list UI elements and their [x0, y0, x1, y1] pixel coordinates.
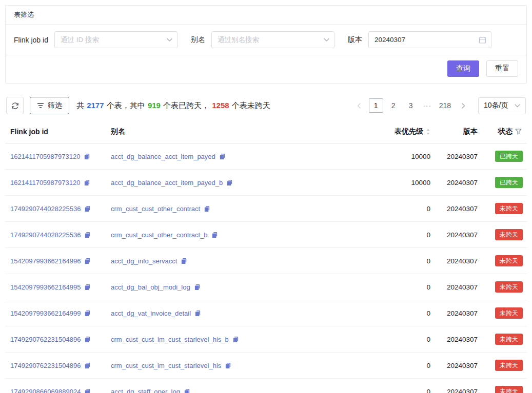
copy-icon[interactable]: [225, 362, 231, 369]
copy-icon[interactable]: [194, 310, 201, 317]
copy-icon[interactable]: [226, 179, 233, 186]
alias-link[interactable]: acct_dg_staff_oper_log: [111, 388, 180, 393]
filter-funnel-icon[interactable]: [515, 129, 522, 135]
status-badge: 未跨天: [495, 255, 523, 266]
flink-job-id-link[interactable]: 1749290762231504896: [10, 336, 81, 343]
flink-job-id-input[interactable]: [55, 32, 177, 48]
calendar-icon: [479, 36, 486, 44]
alias-select[interactable]: [211, 31, 334, 48]
crossed-count: 919: [148, 101, 161, 110]
reset-button[interactable]: 重置: [486, 60, 518, 77]
copy-icon[interactable]: [84, 153, 90, 160]
refresh-icon: [11, 102, 19, 110]
copy-icon[interactable]: [84, 336, 91, 343]
sort-icon[interactable]: [426, 128, 430, 135]
filter-card-title: 表筛选: [6, 6, 526, 25]
alias-link[interactable]: crm_cust_cust_im_cust_starlevel_his: [111, 362, 221, 369]
alias-link[interactable]: crm_cust_cust_other_contract: [111, 205, 200, 213]
table-toolbar: 筛选 共 2177 个表，其中 919 个表已跨天， 1258 个表未跨天 1 …: [6, 97, 526, 114]
status-badge: 未跨天: [495, 334, 523, 345]
alias-link[interactable]: crm_cust_cust_other_contract_b: [111, 231, 208, 239]
chevron-down-icon: [515, 104, 520, 108]
copy-icon[interactable]: [84, 258, 91, 264]
flink-job-id-link[interactable]: 1749290866069889024: [10, 388, 81, 393]
copy-icon[interactable]: [181, 258, 187, 264]
flink-job-id-link[interactable]: 1542097993662164996: [10, 257, 81, 265]
query-button[interactable]: 查询: [447, 60, 479, 77]
version-cell: 20240307: [436, 300, 483, 326]
page-button-last[interactable]: 218: [437, 98, 454, 113]
status-badge: 未跨天: [495, 360, 523, 371]
table-row: 1749290866069889024 acct_dg_staff_oper_l…: [5, 379, 527, 393]
summary-text: 个表，其中: [105, 101, 147, 110]
copy-icon[interactable]: [84, 362, 91, 369]
alias-link[interactable]: acct_dg_bal_obj_modi_log: [111, 283, 190, 291]
prev-page-button[interactable]: [352, 98, 366, 113]
flink-job-id-link[interactable]: 1542097993662164999: [10, 309, 81, 317]
filter-lines-icon: [37, 102, 44, 109]
next-page-button[interactable]: [457, 98, 470, 113]
header-status[interactable]: 状态: [483, 120, 527, 143]
page-button-3[interactable]: 3: [404, 98, 418, 113]
priority-cell: 0: [354, 326, 436, 353]
flink-job-id-link[interactable]: 1749290744028225536: [10, 205, 81, 213]
summary-text: 个表已跨天，: [161, 101, 211, 110]
table-row: 1749290762231504896 crm_cust_cust_im_cus…: [5, 326, 527, 353]
page-button-1[interactable]: 1: [369, 98, 383, 113]
version-date-input[interactable]: [369, 32, 491, 48]
filter-button[interactable]: 筛选: [30, 97, 69, 114]
flink-job-id-link[interactable]: 1621411705987973120: [10, 179, 80, 187]
header-status-label: 状态: [498, 127, 513, 136]
version-cell: 20240307: [436, 248, 483, 274]
flink-job-id-link[interactable]: 1621411705987973120: [10, 153, 80, 160]
table-row: 1542097993662164995 acct_dg_bal_obj_modi…: [5, 274, 527, 300]
status-badge: 未跨天: [495, 203, 523, 214]
alias-link[interactable]: acct_dg_balance_acct_item_payed_b: [111, 179, 223, 187]
filter-button-label: 筛选: [48, 101, 62, 110]
alias-link[interactable]: acct_dg_balance_acct_item_payed: [111, 153, 215, 160]
header-priority[interactable]: 表优先级: [354, 120, 436, 143]
status-badge: 未跨天: [495, 281, 523, 293]
copy-icon[interactable]: [184, 388, 190, 393]
chevron-down-icon: [324, 38, 329, 42]
table-row: 1542097993662164996 acct_dg_info_servacc…: [5, 248, 527, 274]
alias-link[interactable]: crm_cust_cust_im_cust_starlevel_his_b: [111, 336, 229, 343]
tables-table: Flink job id 别名 表优先级 版本 状态 1621411705987…: [5, 120, 527, 393]
refresh-button[interactable]: [6, 97, 24, 114]
copy-icon[interactable]: [211, 232, 218, 238]
copy-icon[interactable]: [219, 153, 226, 160]
copy-icon[interactable]: [84, 205, 91, 212]
table-row: 1621411705987973120 acct_dg_balance_acct…: [5, 143, 527, 170]
copy-icon[interactable]: [84, 179, 90, 186]
flink-job-id-label: Flink job id: [14, 36, 48, 44]
alias-link[interactable]: acct_dg_vat_invoice_detail: [111, 309, 191, 317]
alias-field: 别名: [191, 31, 334, 48]
summary-text: 个表未跨天: [230, 101, 270, 110]
flink-job-id-link[interactable]: 1749290762231504896: [10, 362, 81, 369]
flink-job-id-link[interactable]: 1749290744028225536: [10, 231, 81, 239]
copy-icon[interactable]: [204, 205, 210, 212]
copy-icon[interactable]: [194, 284, 201, 291]
copy-icon[interactable]: [84, 310, 91, 317]
priority-cell: 0: [354, 353, 436, 379]
pagination-top: 1 2 3 ··· 218 10条/页: [352, 97, 526, 114]
copy-icon[interactable]: [232, 336, 239, 343]
table-row: 1621411705987973120 acct_dg_balance_acct…: [5, 170, 527, 196]
alias-input[interactable]: [212, 32, 334, 48]
filter-form: Flink job id 别名 版本: [6, 25, 526, 55]
pagination-ellipsis[interactable]: ···: [421, 101, 434, 110]
uncrossed-count: 1258: [212, 101, 229, 110]
copy-icon[interactable]: [84, 232, 91, 238]
status-badge: 未跨天: [495, 307, 523, 319]
flink-job-id-select[interactable]: [54, 31, 178, 48]
flink-job-id-link[interactable]: 1542097993662164995: [10, 283, 81, 291]
version-date-picker[interactable]: [368, 31, 491, 48]
page-size-select[interactable]: 10条/页: [478, 97, 526, 114]
page-button-2[interactable]: 2: [386, 98, 401, 113]
table-summary: 共 2177 个表，其中 919 个表已跨天， 1258 个表未跨天: [76, 101, 270, 111]
copy-icon[interactable]: [84, 284, 91, 291]
table-row: 1542097993662164999 acct_dg_vat_invoice_…: [5, 300, 527, 326]
alias-link[interactable]: acct_dg_info_servacct: [111, 257, 177, 265]
page: 表筛选 Flink job id 别名: [0, 0, 532, 393]
copy-icon[interactable]: [84, 388, 91, 393]
